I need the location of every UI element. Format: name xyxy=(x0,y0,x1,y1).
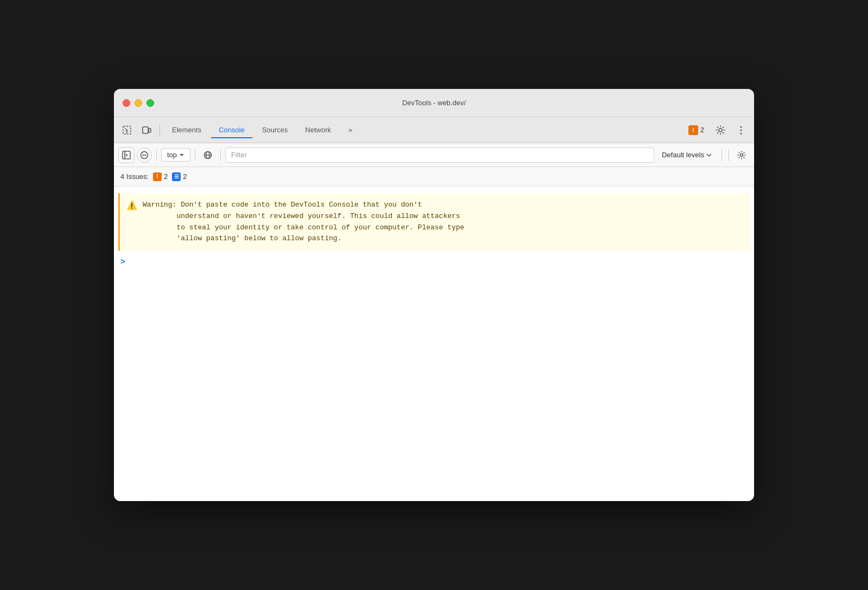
warning-badge-icon: ! xyxy=(688,125,698,135)
svg-rect-2 xyxy=(149,129,151,132)
svg-point-4 xyxy=(741,126,742,127)
console-toolbar: top Default levels xyxy=(114,143,754,167)
warning-badge: ! xyxy=(153,172,162,181)
toolbar-separator-5 xyxy=(729,149,729,161)
default-levels-button[interactable]: Default levels xyxy=(656,149,717,161)
info-count-label: 2 xyxy=(183,172,187,181)
tab-elements[interactable]: Elements xyxy=(164,123,209,137)
issues-badge[interactable]: ! 2 xyxy=(684,124,709,137)
info-badge: ☰ xyxy=(172,172,181,181)
warning-message: ⚠️ Warning: Don't paste code into the De… xyxy=(118,193,750,251)
console-settings-icon[interactable] xyxy=(733,147,750,163)
svg-point-5 xyxy=(741,129,742,131)
more-options-icon[interactable] xyxy=(732,121,750,139)
svg-rect-7 xyxy=(123,151,130,159)
warning-count[interactable]: ! 2 xyxy=(153,172,168,181)
window-title: DevTools - web.dev/ xyxy=(402,99,465,107)
settings-gear-icon[interactable] xyxy=(712,121,729,139)
filter-input[interactable] xyxy=(225,148,654,163)
inspect-element-icon[interactable] xyxy=(118,121,136,139)
issues-badge-count: 2 xyxy=(700,126,704,134)
traffic-lights xyxy=(123,99,154,107)
svg-rect-1 xyxy=(143,127,148,133)
maximize-button[interactable] xyxy=(146,99,154,107)
warning-count-label: 2 xyxy=(164,172,168,181)
title-bar: DevTools - web.dev/ xyxy=(114,89,754,117)
console-content: ⚠️ Warning: Don't paste code into the De… xyxy=(114,187,754,501)
svg-point-14 xyxy=(741,153,743,156)
svg-point-3 xyxy=(719,129,722,132)
info-count[interactable]: ☰ 2 xyxy=(172,172,187,181)
device-toolbar-icon[interactable] xyxy=(138,121,155,139)
tab-console[interactable]: Console xyxy=(211,123,252,138)
tab-network[interactable]: Network xyxy=(298,123,339,137)
context-label: top xyxy=(167,151,177,159)
issues-label: 4 Issues: xyxy=(120,172,149,181)
sidebar-toggle-button[interactable] xyxy=(118,147,135,163)
context-selector[interactable]: top xyxy=(161,148,190,162)
devtools-window: DevTools - web.dev/ Elements Console Sou… xyxy=(114,89,754,501)
live-expressions-button[interactable] xyxy=(200,147,216,163)
prompt-symbol: > xyxy=(120,256,125,266)
tab-more[interactable]: » xyxy=(341,123,360,137)
clear-console-button[interactable] xyxy=(137,148,152,163)
warning-text: Warning: Don't paste code into the DevTo… xyxy=(143,200,464,245)
warning-triangle-icon: ⚠️ xyxy=(126,200,137,245)
close-button[interactable] xyxy=(123,99,130,107)
minimize-button[interactable] xyxy=(135,99,142,107)
svg-point-6 xyxy=(741,132,742,134)
toolbar-separator-2 xyxy=(195,149,195,161)
tab-bar: Elements Console Sources Network » ! 2 xyxy=(114,117,754,143)
toolbar-separator-4 xyxy=(722,149,722,161)
console-prompt[interactable]: > xyxy=(114,253,754,269)
tab-separator-1 xyxy=(159,124,160,137)
toolbar-separator-1 xyxy=(156,149,157,161)
default-levels-label: Default levels xyxy=(662,151,704,159)
toolbar-separator-3 xyxy=(220,149,221,161)
issues-bar: 4 Issues: ! 2 ☰ 2 xyxy=(114,167,754,187)
tab-sources[interactable]: Sources xyxy=(254,123,296,137)
tab-right-controls: ! 2 xyxy=(684,121,750,139)
